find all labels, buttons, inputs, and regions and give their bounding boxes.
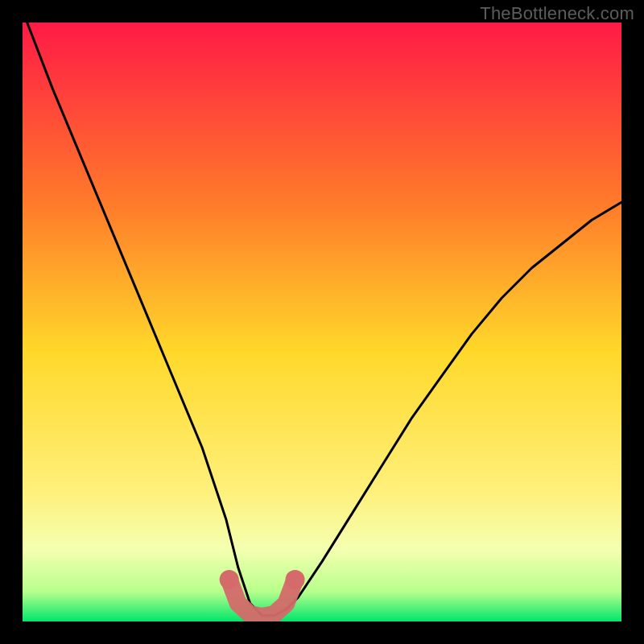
plot-area	[23, 23, 621, 621]
highlight-dot-end	[286, 570, 305, 589]
watermark-text: TheBottleneck.com	[480, 3, 634, 24]
chart-frame: TheBottleneck.com	[0, 0, 644, 644]
gradient-background	[23, 23, 621, 621]
plot-svg	[23, 23, 621, 621]
highlight-dot-start	[220, 570, 239, 589]
